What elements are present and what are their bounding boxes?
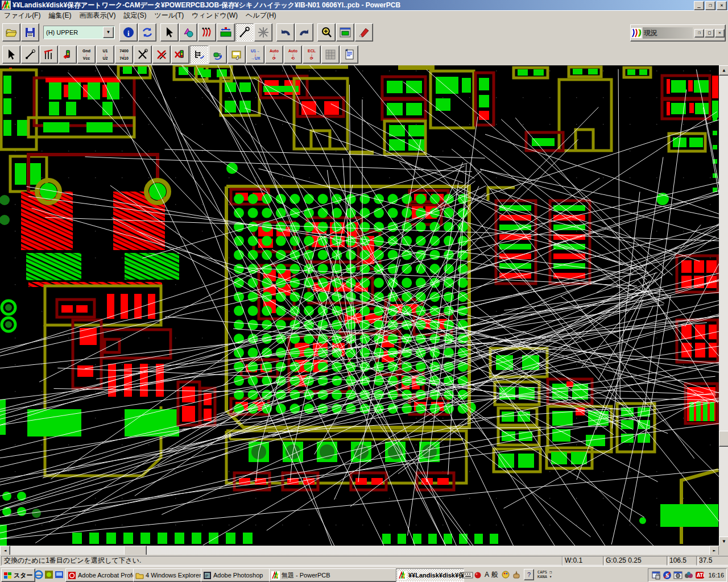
info-button[interactable]: i <box>119 23 138 41</box>
close-button[interactable]: ✕ <box>717 1 727 10</box>
palette-maximize-button[interactable]: □ <box>705 29 714 38</box>
menu-3[interactable]: 設定(S) <box>119 10 150 22</box>
cursor-y-readout: 37.5 <box>696 556 728 566</box>
task-button-0[interactable]: Adobe Acrobat Profe... <box>65 568 136 582</box>
windows-logo-icon <box>3 571 12 580</box>
status-message: 交換のために1番目のピンを選択して下さい. <box>1 556 563 566</box>
undo-button[interactable] <box>276 23 295 41</box>
layer-select-arrow-icon[interactable]: ▼ <box>103 27 114 38</box>
open-button[interactable] <box>2 23 20 41</box>
svg-text:ATi: ATi <box>697 573 705 578</box>
ime-brush-icon[interactable] <box>512 570 521 579</box>
layer-select[interactable]: (H) UPPER▼ <box>43 26 115 39</box>
ati-tray-icon[interactable]: ATi <box>695 571 705 580</box>
palette-restore-button[interactable]: ❐ <box>694 29 704 38</box>
menu-6[interactable]: ヘルプ(H) <box>242 10 280 22</box>
task-label: 無題 - PowerPCB <box>282 571 330 580</box>
select-mode-icon <box>163 26 176 39</box>
u1-u2-button[interactable]: U1↓U2 <box>96 45 114 64</box>
security-lock-tray-icon[interactable] <box>652 571 661 580</box>
updater-tray-icon[interactable] <box>673 571 683 580</box>
ime-palette-icon[interactable] <box>501 570 510 579</box>
viewer-quicklaunch-icon[interactable] <box>44 570 53 579</box>
fanout-button[interactable] <box>40 45 58 64</box>
report-button[interactable] <box>340 45 358 64</box>
board-hand-button[interactable] <box>228 45 246 64</box>
palette-close-button[interactable]: ✕ <box>715 29 725 38</box>
vertical-scrollbar[interactable] <box>719 65 728 546</box>
media-quicklaunch-icon[interactable] <box>55 570 64 579</box>
keyboard-icon[interactable] <box>464 571 473 579</box>
info-icon: i <box>122 26 135 39</box>
delete-component-button[interactable] <box>171 45 189 64</box>
ppcb-icon <box>398 571 407 580</box>
vertical-scroll-thumb[interactable] <box>719 431 728 447</box>
palette-title: 現況 <box>643 27 693 39</box>
fanout-icon <box>43 48 55 61</box>
trace-width-readout: W:0.1 <box>562 556 605 566</box>
highlight-icon <box>257 26 270 39</box>
route-mode-button[interactable] <box>235 23 254 41</box>
task-label: 4 Windows Explorer <box>146 572 201 579</box>
select-mode-button[interactable] <box>160 23 179 41</box>
ime-help-button[interactable]: ? <box>524 569 534 580</box>
design-toolbar: Gnd↓VccU1↓U27400↓7410U1→↓→UXAuto↓⟳Auto↓⟲… <box>0 44 728 66</box>
pen-mouse-icon[interactable] <box>473 570 482 579</box>
scroll-up-button[interactable]: ▲ <box>719 65 728 76</box>
route-mode-icon <box>238 26 251 39</box>
layer-select-value: (H) UPPER <box>46 29 78 36</box>
save-button[interactable] <box>21 23 39 41</box>
task-button-1[interactable]: 4 Windows Explorer▾ <box>133 568 204 582</box>
gnd-vcc-button[interactable]: Gnd↓Vcc <box>77 45 96 64</box>
start-button[interactable]: スタート <box>1 568 35 582</box>
task-button-4[interactable]: ¥¥Landisk¥disk¥保... <box>396 568 464 582</box>
ime-conversion-mode[interactable]: 般 <box>491 570 498 580</box>
zoom-button[interactable] <box>317 23 336 41</box>
verify-design-button[interactable] <box>179 23 197 41</box>
status-palette[interactable]: 現況 ❐ □ ✕ <box>630 24 726 41</box>
task-button-2[interactable]: PAdobe Photoshop <box>201 568 272 582</box>
menu-0[interactable]: ファイル(F) <box>0 10 44 22</box>
minimize-button[interactable]: _ <box>694 1 704 10</box>
camera-tray-icon[interactable] <box>684 571 694 580</box>
auto-rename-button[interactable]: Auto↓⟳ <box>265 45 283 64</box>
auto-swap-button[interactable]: Auto↓⟲ <box>284 45 302 64</box>
verify-design-icon <box>182 26 195 39</box>
menu-1[interactable]: 編集(E) <box>44 10 75 22</box>
board-view-icon <box>339 26 351 39</box>
ime-input-mode[interactable]: A <box>485 571 489 579</box>
ecl-button[interactable]: ECL↓⟳ <box>303 45 321 64</box>
clock[interactable]: 16:16 <box>708 572 724 579</box>
redo-button[interactable] <box>295 23 313 41</box>
measure-button[interactable] <box>217 23 235 41</box>
add-component-button[interactable] <box>59 45 77 64</box>
horizontal-scrollbar[interactable] <box>0 546 719 555</box>
cursor-x-readout: 106.5 <box>667 556 698 566</box>
matrix-icon <box>324 48 337 61</box>
redraw-button[interactable] <box>138 23 156 41</box>
menu-bar: ファイル(F)編集(E)画面表示(V)設定(S)ツール(T)ウィンドウ(W)ヘル… <box>0 10 728 22</box>
cleanup-button[interactable] <box>355 23 373 41</box>
ratsnest-view-button[interactable] <box>198 23 216 41</box>
auto-swap-icon: Auto↓⟲ <box>288 49 297 61</box>
task-button-3[interactable]: 無題 - PowerPCB <box>269 568 399 582</box>
antivirus-tray-icon[interactable]: S <box>663 571 672 580</box>
delete-net-button[interactable] <box>152 45 171 64</box>
caps-kana-indicator[interactable]: CAPS ❐KANA ▾ <box>537 570 552 579</box>
route-segment-button[interactable] <box>21 45 39 64</box>
restore-button[interactable]: ❐ <box>705 1 715 10</box>
report-icon <box>343 48 355 61</box>
menu-5[interactable]: ウィンドウ(W) <box>188 10 242 22</box>
board-view-button[interactable] <box>336 23 354 41</box>
menu-4[interactable]: ツール(T) <box>150 10 188 22</box>
connect-button[interactable] <box>190 45 208 64</box>
grid-readout: G:0.25 0.25 <box>603 556 669 566</box>
disconnect-button[interactable] <box>209 45 227 64</box>
select-button[interactable] <box>2 45 20 64</box>
rename-ref-button[interactable]: U1→↓→UX <box>246 45 264 64</box>
pcb-canvas[interactable] <box>0 65 719 546</box>
ie-quicklaunch-icon[interactable] <box>34 570 43 579</box>
menu-2[interactable]: 画面表示(V) <box>75 10 119 22</box>
pin-swap-button[interactable] <box>134 45 152 64</box>
7400-7410-button[interactable]: 7400↓7410 <box>115 45 133 64</box>
